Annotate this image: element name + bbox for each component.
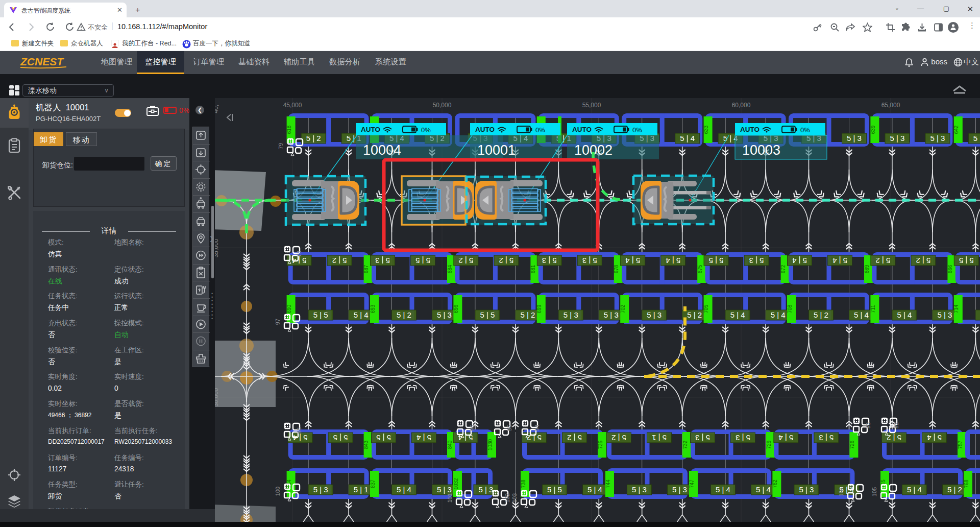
svg-text:79: 79 bbox=[278, 143, 284, 149]
svg-text:93: 93 bbox=[865, 422, 871, 428]
svg-text:65,000: 65,000 bbox=[881, 102, 900, 109]
svg-text:5 | 2: 5 | 2 bbox=[947, 485, 962, 494]
svg-text:678: 678 bbox=[614, 265, 619, 273]
svg-text:714: 714 bbox=[953, 304, 959, 313]
svg-text:5 | 3: 5 | 3 bbox=[890, 134, 904, 142]
svg-text:5 | 4: 5 | 4 bbox=[730, 310, 745, 319]
svg-text:10003: 10003 bbox=[742, 142, 780, 158]
svg-text:837: 837 bbox=[370, 480, 376, 488]
svg-text:0%: 0% bbox=[632, 126, 642, 134]
svg-text:690: 690 bbox=[286, 304, 292, 313]
svg-text:5 | 2: 5 | 2 bbox=[520, 310, 535, 319]
svg-text:729: 729 bbox=[766, 440, 772, 449]
svg-text:696: 696 bbox=[453, 304, 459, 313]
svg-text:0%: 0% bbox=[421, 126, 431, 134]
svg-text:78: 78 bbox=[296, 251, 302, 257]
svg-text:5 | 2: 5 | 2 bbox=[306, 134, 321, 142]
svg-text:97: 97 bbox=[275, 319, 281, 325]
svg-text:681: 681 bbox=[530, 265, 536, 273]
svg-text:5 | 2: 5 | 2 bbox=[875, 256, 890, 265]
svg-text:5 | 4: 5 | 4 bbox=[973, 134, 980, 142]
svg-text:684: 684 bbox=[447, 265, 453, 273]
svg-text:687: 687 bbox=[363, 265, 369, 273]
svg-text:5 | 3: 5 | 3 bbox=[375, 256, 390, 265]
svg-text:5 | 3: 5 | 3 bbox=[437, 485, 452, 494]
svg-text:5 | 4: 5 | 4 bbox=[587, 485, 602, 494]
svg-text:100: 100 bbox=[275, 487, 281, 496]
svg-text:ZCNEST: ZCNEST bbox=[20, 56, 64, 67]
svg-text:45,000: 45,000 bbox=[283, 102, 302, 109]
svg-text:5 | 3: 5 | 3 bbox=[749, 256, 764, 265]
svg-text:738: 738 bbox=[521, 480, 526, 488]
svg-text:5 | 2: 5 | 2 bbox=[458, 256, 473, 265]
svg-text:5 | 3: 5 | 3 bbox=[564, 310, 578, 319]
svg-text:5 | 2: 5 | 2 bbox=[916, 256, 930, 265]
svg-text:55,000: 55,000 bbox=[582, 102, 601, 109]
svg-text:5 | 4: 5 | 4 bbox=[897, 310, 912, 319]
svg-text:0%: 0% bbox=[535, 126, 545, 134]
svg-text:5 | 3: 5 | 3 bbox=[799, 485, 814, 494]
svg-text:5 | 3: 5 | 3 bbox=[437, 310, 452, 319]
svg-text:0%: 0% bbox=[800, 126, 810, 134]
svg-text:735: 735 bbox=[598, 440, 603, 449]
svg-text:5 | 3: 5 | 3 bbox=[604, 310, 619, 319]
svg-text:5 | 4: 5 | 4 bbox=[778, 434, 793, 442]
svg-text:AUTO: AUTO bbox=[740, 126, 760, 133]
svg-text:1030: 1030 bbox=[487, 439, 493, 450]
svg-text:705: 705 bbox=[703, 304, 709, 313]
svg-text:711: 711 bbox=[870, 305, 876, 313]
svg-text:96: 96 bbox=[469, 425, 475, 431]
svg-text:5 | 5: 5 | 5 bbox=[415, 256, 430, 265]
svg-text:5 | 3: 5 | 3 bbox=[930, 134, 945, 142]
svg-text:98: 98 bbox=[296, 427, 302, 434]
svg-text:843: 843 bbox=[363, 440, 369, 449]
svg-text:5 | 3: 5 | 3 bbox=[937, 310, 952, 319]
svg-text:5 | 4: 5 | 4 bbox=[625, 256, 640, 265]
svg-text:10001: 10001 bbox=[477, 142, 516, 158]
svg-text:50,000: 50,000 bbox=[433, 102, 452, 109]
svg-text:5 | 2: 5 | 2 bbox=[887, 434, 901, 442]
svg-text:699: 699 bbox=[536, 304, 542, 313]
svg-text:5 | 2: 5 | 2 bbox=[687, 310, 702, 319]
svg-text:1032: 1032 bbox=[453, 478, 459, 490]
svg-text:5 | 4: 5 | 4 bbox=[680, 134, 695, 142]
svg-text:35,000: 35,000 bbox=[215, 238, 219, 257]
svg-text:5 | 4: 5 | 4 bbox=[416, 434, 431, 442]
svg-text:5 | 2: 5 | 2 bbox=[499, 256, 513, 265]
svg-text:5 | 3: 5 | 3 bbox=[695, 434, 710, 442]
svg-text:5 | 4: 5 | 4 bbox=[397, 485, 411, 494]
svg-text:675: 675 bbox=[697, 265, 703, 273]
svg-text:726: 726 bbox=[849, 440, 855, 449]
svg-text:5 | 4: 5 | 4 bbox=[854, 310, 869, 319]
svg-text:AUTO: AUTO bbox=[361, 126, 380, 133]
svg-text:95: 95 bbox=[506, 425, 512, 431]
svg-text:103: 103 bbox=[511, 493, 518, 502]
svg-text:5 | 4: 5 | 4 bbox=[792, 256, 807, 265]
svg-text:AUTO: AUTO bbox=[475, 126, 495, 133]
svg-text:732: 732 bbox=[682, 440, 688, 449]
svg-text:105: 105 bbox=[871, 487, 877, 496]
svg-text:744: 744 bbox=[605, 480, 611, 488]
svg-text:5 | 3: 5 | 3 bbox=[847, 134, 862, 142]
svg-text:5 | 5: 5 | 5 bbox=[376, 434, 391, 442]
svg-text:5 | 3: 5 | 3 bbox=[819, 434, 834, 442]
svg-text:693: 693 bbox=[370, 304, 376, 313]
svg-text:618: 618 bbox=[286, 125, 292, 134]
svg-text:672: 672 bbox=[780, 265, 786, 273]
svg-text:5 | 5: 5 | 5 bbox=[313, 310, 328, 319]
svg-text:5 | 2: 5 | 2 bbox=[567, 434, 582, 442]
svg-text:92: 92 bbox=[893, 422, 899, 428]
svg-text:10004: 10004 bbox=[363, 142, 401, 158]
svg-text:94: 94 bbox=[534, 425, 540, 431]
svg-text:702: 702 bbox=[620, 304, 626, 313]
svg-text:5 | 3: 5 | 3 bbox=[736, 434, 750, 442]
svg-text:5 | 2: 5 | 2 bbox=[814, 310, 828, 319]
svg-text:5 | 4: 5 | 4 bbox=[756, 485, 771, 494]
svg-text:757: 757 bbox=[958, 440, 963, 449]
svg-text:840: 840 bbox=[447, 440, 453, 449]
svg-text:AUTO: AUTO bbox=[572, 126, 592, 133]
svg-text:666: 666 bbox=[947, 265, 953, 273]
svg-text:5 | 3: 5 | 3 bbox=[647, 310, 662, 319]
svg-text:5 | 4: 5 | 4 bbox=[927, 434, 942, 442]
svg-text:5 | 3: 5 | 3 bbox=[632, 485, 647, 494]
